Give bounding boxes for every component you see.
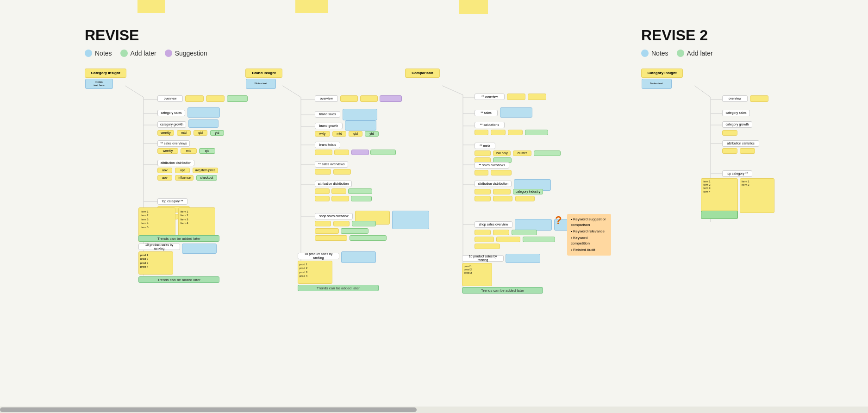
r2-ci-notes[interactable]: Notes text bbox=[642, 79, 672, 89]
ci-attrib-s3[interactable]: avg item price bbox=[193, 168, 218, 173]
bi-brand-totals[interactable]: brand totals bbox=[315, 142, 340, 148]
bi-shop-s1[interactable] bbox=[315, 221, 331, 226]
comp-meta-s4[interactable] bbox=[534, 150, 561, 156]
comp-sal-s3[interactable] bbox=[508, 130, 523, 135]
comp-shop-s6[interactable] bbox=[523, 237, 555, 242]
ci-growth-s1[interactable]: weekly bbox=[157, 130, 174, 136]
comp-attrib-s5[interactable] bbox=[493, 196, 512, 201]
bi-10prod-block[interactable]: prod 1prod 2prod 3prod 4 bbox=[298, 261, 332, 284]
ci-overview[interactable]: overview bbox=[157, 95, 183, 102]
comp-shop-note1[interactable] bbox=[515, 219, 552, 231]
bi-shop-s3[interactable] bbox=[352, 221, 376, 226]
ci-attrib-s4[interactable]: aov bbox=[157, 175, 172, 181]
bi-shop-s6[interactable] bbox=[315, 235, 347, 241]
top-sticky-1[interactable] bbox=[137, 0, 165, 13]
comp-ov-s1[interactable] bbox=[507, 94, 525, 100]
bi-ov-s1[interactable] bbox=[340, 95, 358, 102]
ci-trends-bar2[interactable]: Trends can be added later bbox=[138, 276, 219, 283]
ci-overview-s2[interactable] bbox=[206, 95, 225, 102]
r2-green-block[interactable] bbox=[701, 211, 738, 219]
bi-brand-sales-note[interactable] bbox=[343, 109, 377, 120]
top-sticky-2[interactable] bbox=[295, 0, 328, 13]
comp-sov-s1[interactable] bbox=[475, 170, 488, 175]
top-sticky-3[interactable] bbox=[459, 0, 488, 14]
comp-attrib-s2[interactable] bbox=[493, 189, 511, 194]
ci-attrib-s6[interactable]: checkout bbox=[196, 175, 217, 181]
comp-sov-s2[interactable] bbox=[491, 170, 512, 175]
ci-sales-ov-s3[interactable]: qtd bbox=[199, 148, 215, 154]
bi-shop-s2[interactable] bbox=[333, 221, 350, 226]
bi-brand-growth-note[interactable] bbox=[345, 120, 376, 131]
r2-attrib-stats[interactable]: attribution statistics bbox=[722, 140, 759, 147]
bi-attrib-s1[interactable] bbox=[315, 188, 330, 194]
r2-cat-growth[interactable]: category growth bbox=[722, 121, 752, 128]
comp-meta-s2[interactable]: low only bbox=[493, 150, 511, 156]
bi-10prod[interactable]: 10 product sales by ranking bbox=[298, 253, 339, 259]
ci-sales-ov[interactable]: ** sales overviews bbox=[157, 140, 190, 147]
comp-sales-note[interactable] bbox=[500, 107, 532, 118]
ci-trends-bar[interactable]: Trends can be added later bbox=[138, 235, 219, 242]
ci-sales-ov-s2[interactable]: mtd bbox=[181, 148, 197, 154]
ci-cat-sales-note[interactable] bbox=[187, 107, 220, 118]
bi-ov-s3[interactable] bbox=[380, 95, 402, 102]
ci-attrib[interactable]: attribution distribution bbox=[157, 160, 194, 166]
question-sticky[interactable]: ? • Keyword suggest or comparison • Keyw… bbox=[559, 214, 605, 269]
bi-totals-s1[interactable] bbox=[315, 150, 332, 155]
horizontal-scrollbar-track[interactable] bbox=[0, 407, 868, 413]
comp-attrib-s3[interactable]: category industry bbox=[513, 189, 543, 194]
bi-attrib[interactable]: attribution distribution bbox=[315, 181, 352, 187]
bi-notes[interactable]: Notes text bbox=[246, 79, 276, 89]
r2-category-insight-header[interactable]: Category Insight bbox=[641, 69, 683, 78]
comp-10prod[interactable]: 10 product sales by ranking bbox=[462, 255, 504, 262]
bi-attrib-s4[interactable] bbox=[315, 196, 330, 201]
comp-sales-ov[interactable]: ** sales overviews bbox=[475, 162, 509, 169]
ci-cat-sales[interactable]: category sales bbox=[157, 110, 185, 116]
comp-attrib[interactable]: attribution distribution bbox=[475, 181, 512, 187]
comp-sal-s4[interactable] bbox=[525, 130, 548, 135]
comp-shop-s7[interactable] bbox=[475, 244, 500, 249]
comp-meta-s3[interactable]: cluster bbox=[513, 150, 531, 156]
r2-overview[interactable]: overview bbox=[722, 95, 748, 102]
comp-shop-s5[interactable] bbox=[496, 237, 520, 242]
ci-cat-growth[interactable]: category growth bbox=[157, 121, 186, 128]
ci-attrib-s1[interactable]: aov bbox=[157, 168, 172, 173]
comp-attrib-s4[interactable] bbox=[475, 196, 491, 201]
bi-sales-s2[interactable] bbox=[333, 169, 351, 175]
bi-shop-s4[interactable] bbox=[315, 228, 339, 234]
ci-10prod-block[interactable]: prod 1prod 2prod 3prod 4 bbox=[138, 251, 173, 275]
comp-overview[interactable]: ** overview bbox=[475, 94, 505, 100]
bi-shop-s5[interactable] bbox=[341, 228, 368, 234]
ci-10prod[interactable]: 10 product sales by ranking bbox=[138, 244, 180, 250]
ci-overview-s1[interactable] bbox=[185, 95, 204, 102]
bi-sales-s1[interactable] bbox=[315, 169, 331, 175]
brand-insight-header[interactable]: Brand Insight bbox=[245, 69, 282, 78]
bi-growth-s3[interactable]: qtd bbox=[349, 131, 362, 137]
bi-attrib-s6[interactable] bbox=[351, 196, 372, 201]
bi-10prod-note[interactable] bbox=[341, 251, 376, 263]
ci-growth-s4[interactable]: ytd bbox=[210, 130, 224, 136]
bi-growth-s4[interactable]: ytd bbox=[365, 131, 379, 137]
bi-shop-s7[interactable] bbox=[350, 235, 387, 241]
bi-brand-sales[interactable]: brand sales bbox=[315, 111, 340, 118]
r2-ov-s1[interactable] bbox=[750, 95, 768, 102]
bi-attrib-s2[interactable] bbox=[331, 188, 346, 194]
comp-sal-s1[interactable] bbox=[475, 130, 488, 135]
comp-meta[interactable]: ** meta bbox=[475, 143, 495, 149]
r2-attrib-s1[interactable] bbox=[722, 148, 737, 154]
bi-trends-bar[interactable]: Trends can be added later bbox=[298, 285, 379, 291]
r2-top-cat-block[interactable]: Item 1Item 2Item 3Item 4 bbox=[701, 178, 738, 213]
ci-top-cat[interactable]: top category ** bbox=[157, 198, 187, 205]
comparison-header[interactable]: Comparison bbox=[405, 69, 440, 78]
bi-totals-s4[interactable] bbox=[370, 150, 396, 155]
comp-shop-s1[interactable] bbox=[475, 230, 491, 235]
horizontal-scrollbar-thumb[interactable] bbox=[0, 407, 417, 412]
bi-sales-ov[interactable]: ** sales overviews bbox=[315, 161, 348, 168]
ci-attrib-s5[interactable]: influence bbox=[175, 175, 194, 181]
r2-growth-s1[interactable] bbox=[722, 130, 737, 136]
bi-ov-s2[interactable] bbox=[360, 95, 378, 102]
comp-salutations[interactable]: ** salutations bbox=[475, 122, 505, 128]
comp-sal-s2[interactable] bbox=[491, 130, 506, 135]
comp-shop[interactable]: shop sales overview bbox=[475, 221, 512, 228]
r2-attrib-s2[interactable] bbox=[740, 148, 755, 154]
comp-shop-s4[interactable] bbox=[475, 237, 494, 242]
